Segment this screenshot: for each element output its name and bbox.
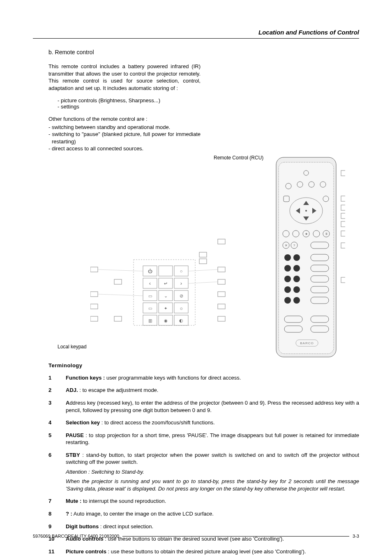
term-text: Picture controls : use these buttons to … bbox=[66, 548, 359, 555]
other-item: - direct access to all connected sources… bbox=[48, 145, 201, 152]
svg-text:▥: ▥ bbox=[148, 318, 152, 323]
svg-text:›: › bbox=[180, 280, 182, 286]
term-number: 8 bbox=[48, 510, 66, 518]
svg-rect-96 bbox=[218, 239, 225, 244]
svg-point-10 bbox=[305, 210, 307, 212]
term-text: ADJ. : to escape the adjustment mode. bbox=[66, 387, 359, 394]
term-text: STBY : stand-by button, to start project… bbox=[66, 451, 359, 493]
svg-rect-97 bbox=[218, 267, 225, 272]
term-row: 7Mute : to interrupt the sound reproduct… bbox=[48, 497, 359, 505]
section-heading: b. Remote control bbox=[48, 49, 359, 55]
keypad-caption: Local keypad bbox=[58, 344, 87, 350]
intro-bullets: - picture controls (Brightness, Sharpnes… bbox=[58, 97, 359, 110]
svg-rect-102 bbox=[199, 252, 207, 257]
svg-rect-59 bbox=[341, 277, 345, 283]
intro-bullet: - picture controls (Brightness, Sharpnes… bbox=[58, 97, 359, 104]
svg-rect-62 bbox=[159, 266, 173, 276]
terminology-list: 1Function keys : user programmable keys … bbox=[48, 374, 359, 555]
svg-text:⌄: ⌄ bbox=[164, 293, 168, 298]
svg-rect-56 bbox=[341, 221, 345, 227]
remote-control-figure: ★ ⏸ ✕ ? bbox=[271, 156, 345, 362]
svg-text:⏸: ⏸ bbox=[325, 232, 328, 236]
svg-rect-53 bbox=[341, 196, 345, 201]
term-row: 8? : Auto image, to center the image on … bbox=[48, 510, 359, 518]
svg-point-23 bbox=[284, 254, 291, 261]
svg-text:↵: ↵ bbox=[164, 281, 168, 286]
svg-point-27 bbox=[293, 265, 300, 272]
term-row: 4Selection key : to direct access the zo… bbox=[48, 419, 359, 426]
term-number: 3 bbox=[48, 399, 66, 414]
term-row: 5PAUSE : to stop projection for a short … bbox=[48, 432, 359, 446]
svg-line-106 bbox=[188, 269, 218, 271]
term-number: 11 bbox=[48, 548, 66, 555]
svg-rect-58 bbox=[341, 243, 345, 248]
svg-point-36 bbox=[293, 297, 300, 304]
svg-text:◐: ◐ bbox=[179, 318, 183, 323]
svg-rect-101 bbox=[218, 316, 225, 321]
svg-text:▭: ▭ bbox=[148, 294, 152, 298]
svg-line-107 bbox=[188, 282, 218, 283]
svg-rect-95 bbox=[114, 316, 122, 321]
svg-rect-93 bbox=[90, 316, 98, 321]
term-text: Digit buttons : direct input selection. bbox=[66, 523, 359, 530]
svg-text:‹: ‹ bbox=[149, 280, 151, 286]
term-text: Address key (recessed key), to enter the… bbox=[66, 399, 359, 414]
svg-text:✕: ✕ bbox=[285, 244, 288, 247]
svg-point-24 bbox=[293, 254, 300, 261]
svg-text:☼: ☼ bbox=[179, 306, 183, 311]
term-number: 4 bbox=[48, 419, 66, 426]
svg-rect-91 bbox=[90, 292, 98, 297]
term-number: 7 bbox=[48, 497, 66, 505]
svg-text:⊘: ⊘ bbox=[180, 293, 183, 298]
term-text: Mute : to interrupt the sound reproducti… bbox=[66, 497, 359, 505]
footer-rule bbox=[122, 536, 349, 537]
page-header: Location and Functions of Control bbox=[33, 29, 359, 39]
svg-rect-57 bbox=[341, 231, 345, 236]
term-row: 3Address key (recessed key), to enter th… bbox=[48, 399, 359, 414]
term-row: 2ADJ. : to escape the adjustment mode. bbox=[48, 387, 359, 394]
svg-text:○: ○ bbox=[180, 269, 183, 274]
term-number: 5 bbox=[48, 432, 66, 446]
svg-rect-99 bbox=[218, 292, 225, 297]
term-text: PAUSE : to stop projection for a short t… bbox=[66, 432, 359, 446]
svg-text:?: ? bbox=[293, 244, 295, 247]
term-row: 11Picture controls : use these buttons t… bbox=[48, 548, 359, 555]
svg-rect-54 bbox=[341, 205, 345, 210]
term-row: 1Function keys : user programmable keys … bbox=[48, 374, 359, 382]
other-item: - switching between standby and operatio… bbox=[48, 124, 201, 131]
svg-rect-94 bbox=[114, 279, 122, 284]
rcu-caption: Remote Control (RCU) bbox=[214, 155, 263, 161]
svg-rect-100 bbox=[218, 304, 225, 309]
intro-paragraph: This remote control includes a battery p… bbox=[48, 63, 201, 92]
term-text: Function keys : user programmable keys w… bbox=[66, 374, 359, 382]
brand-label: BARCO bbox=[300, 341, 314, 345]
term-row: 9Digit buttons : direct input selection. bbox=[48, 523, 359, 530]
intro-bullet: - settings bbox=[58, 104, 359, 110]
page-header-title: Location and Functions of Control bbox=[258, 29, 359, 36]
svg-text:◉: ◉ bbox=[164, 318, 168, 323]
term-number: 1 bbox=[48, 374, 66, 382]
svg-rect-52 bbox=[341, 170, 345, 176]
svg-rect-92 bbox=[90, 304, 98, 309]
footer-right: 3-3 bbox=[353, 534, 359, 539]
term-number: 2 bbox=[48, 387, 66, 394]
page-footer: 5976069 BARCOREALITY 6400 21082000 3-3 bbox=[33, 534, 359, 539]
term-number: 9 bbox=[48, 523, 66, 530]
svg-rect-103 bbox=[199, 259, 207, 264]
svg-text:★: ★ bbox=[305, 232, 308, 236]
svg-text:✦: ✦ bbox=[164, 306, 167, 311]
svg-point-29 bbox=[284, 276, 291, 282]
svg-line-105 bbox=[98, 294, 143, 296]
svg-rect-98 bbox=[218, 279, 225, 284]
svg-line-104 bbox=[98, 269, 143, 271]
other-functions: Other functions of the remote control ar… bbox=[48, 115, 201, 152]
local-keypad-figure: ⏻ ○ ‹ ↵ › ▭ ⌄ ⊘ ▭ ✦ ☼ ▥ ◉ ◐ bbox=[90, 227, 230, 339]
term-number: 6 bbox=[48, 451, 66, 493]
term-row: 6STBY : stand-by button, to start projec… bbox=[48, 451, 359, 493]
svg-point-32 bbox=[284, 286, 291, 293]
svg-rect-90 bbox=[90, 267, 98, 272]
svg-rect-55 bbox=[341, 213, 345, 219]
terminology-heading: Terminology bbox=[48, 362, 359, 368]
svg-text:▭: ▭ bbox=[148, 306, 152, 311]
svg-point-35 bbox=[284, 297, 291, 304]
